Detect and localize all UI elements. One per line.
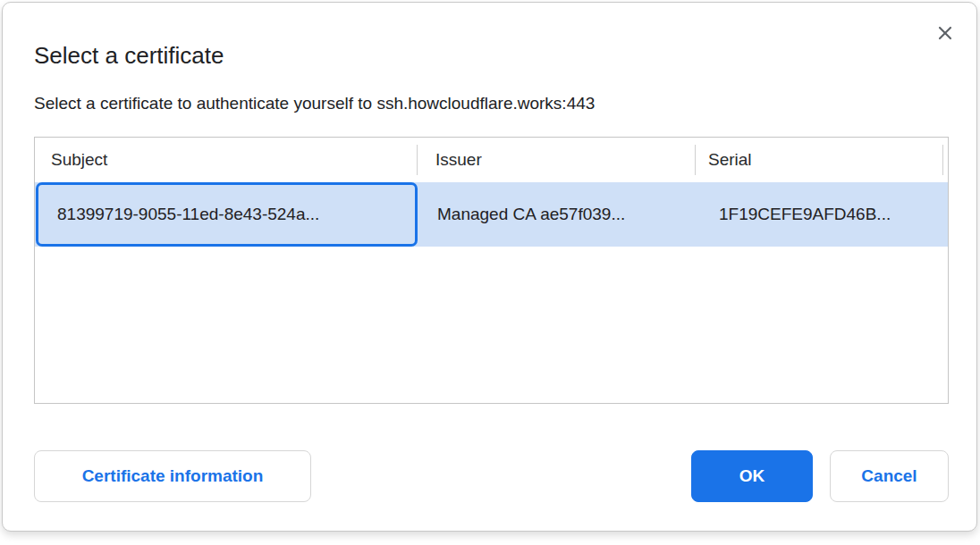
column-divider (695, 145, 696, 175)
dialog-subtitle: Select a certificate to authenticate you… (34, 93, 595, 114)
cancel-button[interactable]: Cancel (830, 450, 949, 502)
column-header-serial: Serial (708, 138, 752, 182)
close-icon (936, 24, 954, 42)
dialog-title: Select a certificate (34, 42, 224, 69)
column-divider (942, 145, 943, 175)
certificate-row-selected[interactable]: 81399719-9055-11ed-8e43-524a... Managed … (35, 182, 948, 247)
ok-button[interactable]: OK (691, 450, 813, 502)
certificate-information-button[interactable]: Certificate information (34, 450, 311, 502)
cell-serial: 1F19CEFE9AFD46B... (719, 182, 891, 247)
cell-subject: 81399719-9055-11ed-8e43-524a... (57, 182, 319, 247)
certificate-select-dialog: Select a certificate Select a certificat… (2, 2, 977, 532)
column-header-subject: Subject (51, 138, 107, 182)
close-button[interactable] (934, 22, 956, 44)
column-header-issuer: Issuer (435, 138, 482, 182)
certificate-table: Subject Issuer Serial 81399719-9055-11ed… (34, 137, 949, 404)
cell-issuer: Managed CA ae57f039... (437, 182, 625, 247)
table-header: Subject Issuer Serial (35, 138, 948, 182)
column-divider (417, 145, 418, 175)
